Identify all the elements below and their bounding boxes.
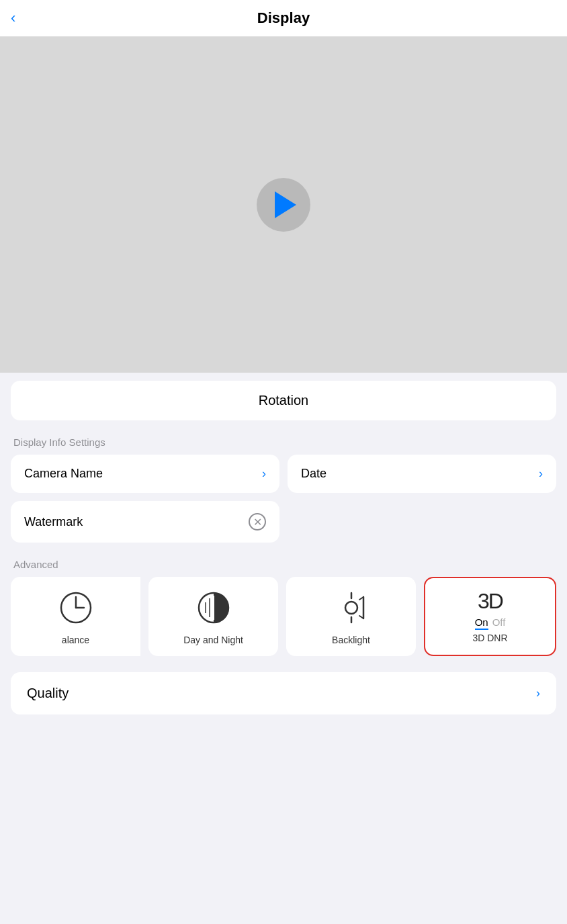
display-info-grid: Camera Name › Date › (11, 455, 556, 493)
watermark-label: Watermark (24, 515, 83, 529)
dnr-icon: 3D On Off (470, 590, 511, 630)
settings-sections: Rotation Display Info Settings Camera Na… (0, 381, 567, 714)
balance-card[interactable]: alance (11, 577, 140, 656)
watermark-close-icon[interactable]: ✕ (249, 513, 266, 530)
balance-icon (56, 588, 96, 628)
backlight-label: Backlight (332, 635, 370, 645)
back-button[interactable]: ‹ (11, 9, 15, 27)
camera-name-label: Camera Name (24, 467, 103, 481)
date-chevron-icon: › (539, 467, 543, 481)
watermark-row: Watermark ✕ (11, 501, 556, 543)
quality-card[interactable]: Quality › (11, 672, 556, 714)
backlight-icon (331, 588, 372, 628)
date-label: Date (301, 467, 326, 481)
play-icon (275, 191, 296, 218)
quality-chevron-icon: › (536, 686, 540, 700)
dnr-on-label[interactable]: On (475, 616, 488, 630)
display-info-section-label: Display Info Settings (11, 436, 556, 448)
balance-label: alance (62, 635, 89, 645)
quality-label: Quality (27, 686, 69, 701)
camera-name-card[interactable]: Camera Name › (11, 455, 279, 493)
advanced-grid: alance Day and Night (11, 577, 556, 659)
camera-name-chevron-icon: › (262, 467, 266, 481)
watermark-card[interactable]: Watermark ✕ (11, 501, 279, 543)
backlight-card[interactable]: Backlight (286, 577, 416, 656)
day-night-label: Day and Night (183, 635, 243, 645)
advanced-section-label: Advanced (11, 559, 556, 570)
back-icon: ‹ (11, 9, 15, 27)
3d-dnr-card[interactable]: 3D On Off 3D DNR (424, 577, 556, 656)
day-night-card[interactable]: Day and Night (148, 577, 278, 656)
rotation-label: Rotation (259, 393, 309, 408)
svg-point-7 (345, 602, 357, 614)
date-card[interactable]: Date › (288, 455, 556, 493)
play-button[interactable] (257, 178, 310, 232)
video-preview (0, 37, 567, 373)
dnr-toggle: On Off (475, 616, 506, 630)
dnr-off-label[interactable]: Off (492, 616, 506, 630)
header: ‹ Display (0, 0, 567, 37)
rotation-card[interactable]: Rotation (11, 381, 556, 420)
3d-dnr-label: 3D DNR (472, 633, 507, 643)
day-night-icon (193, 588, 234, 628)
page-title: Display (257, 9, 310, 27)
